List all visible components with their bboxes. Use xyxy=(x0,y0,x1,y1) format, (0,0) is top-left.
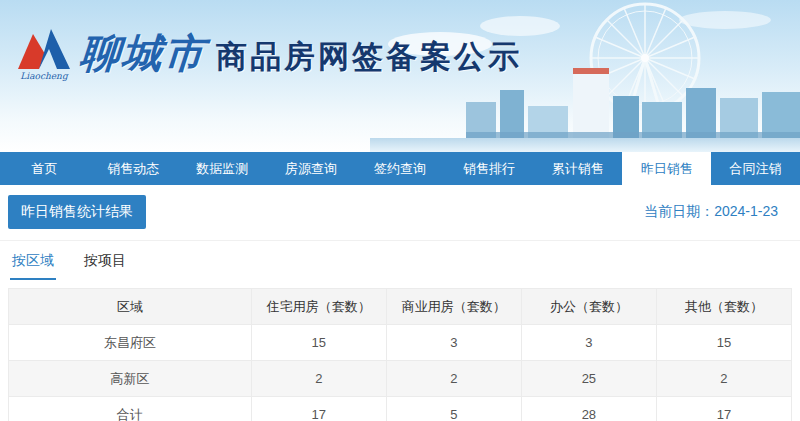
col-header-residential: 住宅用房（套数） xyxy=(251,289,386,325)
logo-script-text: Liaocheng xyxy=(14,71,74,81)
nav-item-yesterday-sales[interactable]: 昨日销售 xyxy=(622,152,711,185)
site-title: 商品房网签备案公示 xyxy=(216,30,522,78)
current-date-label: 当前日期：2024-1-23 xyxy=(644,203,792,221)
brand-area: Liaocheng 聊城市 商品房网签备案公示 xyxy=(14,26,522,81)
view-tabs: 按区域 按项目 xyxy=(0,241,800,280)
cell-residential: 15 xyxy=(251,325,386,361)
table-row: 东昌府区 15 3 3 15 xyxy=(9,325,792,361)
col-header-commercial: 商业用房（套数） xyxy=(386,289,521,325)
table-header-row: 区域 住宅用房（套数） 商业用房（套数） 办公（套数） 其他（套数） xyxy=(9,289,792,325)
title-row: 昨日销售统计结果 当前日期：2024-1-23 xyxy=(0,185,800,241)
cell-residential: 17 xyxy=(251,397,386,421)
nav-item-home[interactable]: 首页 xyxy=(0,152,89,185)
cell-office: 28 xyxy=(521,397,656,421)
sales-stats-table: 区域 住宅用房（套数） 商业用房（套数） 办公（套数） 其他（套数） 东昌府区 … xyxy=(8,288,792,421)
col-header-office: 办公（套数） xyxy=(521,289,656,325)
nav-item-data-monitor[interactable]: 数据监测 xyxy=(178,152,267,185)
cell-office: 25 xyxy=(521,361,656,397)
col-header-other: 其他（套数） xyxy=(656,289,791,325)
cell-commercial: 2 xyxy=(386,361,521,397)
nav-item-sales-trends[interactable]: 销售动态 xyxy=(89,152,178,185)
table-row-total: 合计 17 5 28 17 xyxy=(9,397,792,421)
mountain-logo-icon xyxy=(16,27,72,69)
cell-office: 3 xyxy=(521,325,656,361)
col-header-region: 区域 xyxy=(9,289,252,325)
header-banner: Liaocheng 聊城市 商品房网签备案公示 xyxy=(0,0,800,152)
table-row: 高新区 2 2 25 2 xyxy=(9,361,792,397)
cell-region: 合计 xyxy=(9,397,252,421)
city-name-calligraphy: 聊城市 xyxy=(78,26,208,81)
tab-by-project[interactable]: 按项目 xyxy=(82,252,128,280)
cell-commercial: 5 xyxy=(386,397,521,421)
cell-other: 2 xyxy=(656,361,791,397)
nav-item-contract-cancel[interactable]: 合同注销 xyxy=(711,152,800,185)
cell-other: 15 xyxy=(656,325,791,361)
tab-by-region[interactable]: 按区域 xyxy=(10,252,56,280)
nav-item-signing-query[interactable]: 签约查询 xyxy=(356,152,445,185)
cell-region: 高新区 xyxy=(9,361,252,397)
section-title-badge: 昨日销售统计结果 xyxy=(8,195,146,229)
site-logo: Liaocheng xyxy=(14,27,74,81)
cell-residential: 2 xyxy=(251,361,386,397)
cell-commercial: 3 xyxy=(386,325,521,361)
nav-item-sales-ranking[interactable]: 销售排行 xyxy=(444,152,533,185)
cell-other: 17 xyxy=(656,397,791,421)
cell-region: 东昌府区 xyxy=(9,325,252,361)
nav-item-cumulative-sales[interactable]: 累计销售 xyxy=(533,152,622,185)
nav-item-listing-query[interactable]: 房源查询 xyxy=(267,152,356,185)
main-nav: 首页 销售动态 数据监测 房源查询 签约查询 销售排行 累计销售 昨日销售 合同… xyxy=(0,152,800,185)
